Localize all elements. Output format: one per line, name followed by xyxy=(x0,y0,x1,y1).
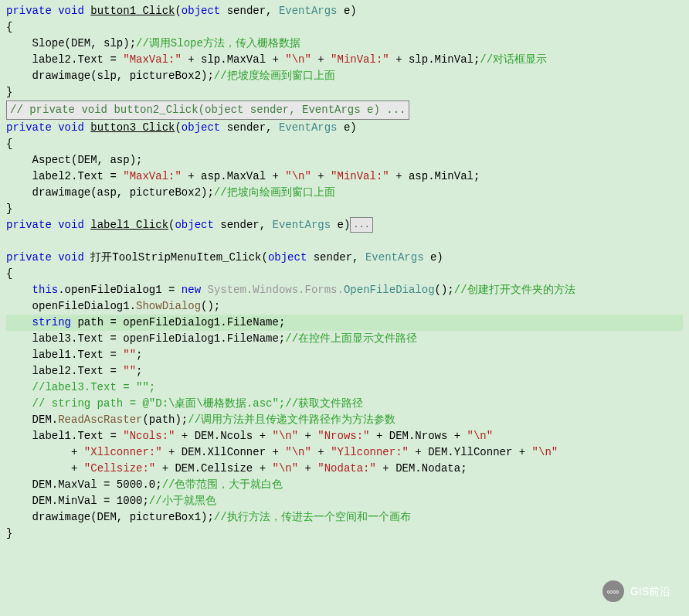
code-line: { xyxy=(6,19,683,36)
code-line: private void button1_Click(object sender… xyxy=(6,3,683,19)
code-line: label2.Text = "MaxVal:" + asp.MaxVal + "… xyxy=(6,168,683,185)
code-line: { xyxy=(6,136,683,152)
code-line: } xyxy=(6,84,683,100)
code-line: Slope(DEM, slp);//调用Slope方法，传入栅格数据 xyxy=(6,36,683,52)
code-line: private void label1_Click(object sender,… xyxy=(6,217,683,233)
watermark: ∞∞ GIS前沿 xyxy=(602,580,670,602)
code-line: this.openFileDialog1 = new System.Window… xyxy=(6,282,683,298)
code-line: + "Xllconner:" + DEM.XllConner + "\n" + … xyxy=(6,444,683,461)
code-line: label2.Text = "MaxVal:" + slp.MaxVal + "… xyxy=(6,52,683,68)
code-line: { xyxy=(6,266,683,282)
code-line: openFileDialog1.ShowDialog(); xyxy=(6,298,683,315)
code-line: label2.Text = ""; xyxy=(6,363,683,379)
code-fold-line[interactable]: // private void button2_Click(object sen… xyxy=(6,100,683,120)
code-line: DEM.MinVal = 1000;//小于就黑色 xyxy=(6,493,683,509)
watermark-icon: ∞∞ xyxy=(602,580,624,602)
code-line: drawimage(DEM, pictureBox1);//执行方法，传进去一个… xyxy=(6,509,683,526)
code-line xyxy=(6,233,683,250)
code-line: private void 打开ToolStripMenuItem_Click(o… xyxy=(6,250,683,266)
fold-indicator[interactable]: ... xyxy=(350,217,373,233)
code-line: drawimage(asp, pictureBox2);//把坡向绘画到窗口上面 xyxy=(6,185,683,201)
code-line: DEM.MaxVal = 5000.0;//色带范围，大于就白色 xyxy=(6,477,683,493)
code-line: label3.Text = openFileDialog1.FileName;/… xyxy=(6,331,683,347)
code-line-highlighted: string path = openFileDialog1.FileName; xyxy=(6,315,683,331)
code-editor[interactable]: private void button1_Click(object sender… xyxy=(6,3,683,542)
code-line: DEM.ReadAscRaster(path);//调用方法并且传递文件路径作为… xyxy=(6,412,683,428)
code-line: // string path = @"D:\桌面\栅格数据.asc";//获取文… xyxy=(6,396,683,412)
code-line: } xyxy=(6,526,683,542)
code-line: private void button3_Click(object sender… xyxy=(6,120,683,136)
code-line: + "Cellsize:" + DEM.Cellsize + "\n" + "N… xyxy=(6,461,683,477)
watermark-text: GIS前沿 xyxy=(630,584,670,600)
code-line: label1.Text = ""; xyxy=(6,347,683,363)
code-line: Aspect(DEM, asp); xyxy=(6,152,683,168)
code-line: drawimage(slp, pictureBox2);//把坡度绘画到窗口上面 xyxy=(6,68,683,84)
code-line: } xyxy=(6,201,683,217)
code-line: label1.Text = "Ncols:" + DEM.Ncols + "\n… xyxy=(6,428,683,444)
code-line: //label3.Text = ""; xyxy=(6,379,683,396)
